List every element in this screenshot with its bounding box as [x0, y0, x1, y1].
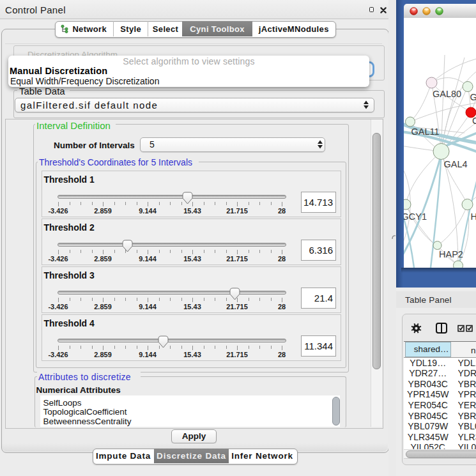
- svg-text:GA: GA: [470, 92, 476, 102]
- svg-text:GAL4: GAL4: [443, 159, 467, 169]
- svg-text:C: C: [472, 116, 476, 126]
- svg-text:H: H: [470, 211, 476, 222]
- svg-text:GAL11: GAL11: [411, 127, 439, 137]
- svg-text:GCY1: GCY1: [404, 211, 427, 222]
- svg-text:GAL80: GAL80: [433, 89, 461, 99]
- svg-text:HAP2: HAP2: [439, 249, 463, 259]
